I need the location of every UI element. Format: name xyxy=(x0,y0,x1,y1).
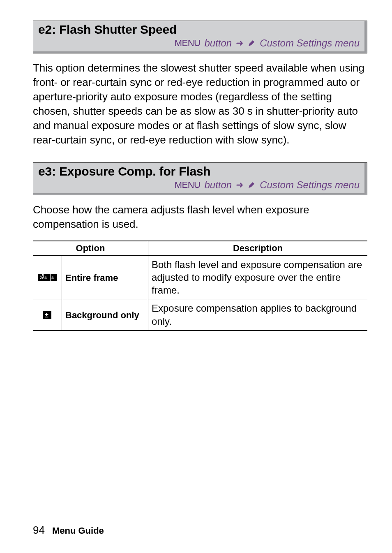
option-label: Background only xyxy=(65,310,139,320)
section-card-inner: e2: Flash Shutter Speed MENU button ➜ Cu… xyxy=(33,21,367,53)
crumb-button-word: button xyxy=(204,179,232,191)
option-icon-cell: ± xyxy=(33,299,62,331)
footer-label: Menu Guide xyxy=(52,525,104,536)
option-label: Entire frame xyxy=(65,273,118,283)
breadcrumb-e2: MENU button ➜ Custom Settings menu xyxy=(37,37,360,50)
option-icon-cell: ½ ± ± xyxy=(33,255,62,299)
menu-label: MENU xyxy=(175,38,201,49)
table-row: ½ ± ± Entire frame Both flash level and … xyxy=(33,255,367,299)
body-text-e3: Choose how the camera adjusts flash leve… xyxy=(33,203,367,231)
arrow-icon: ➜ xyxy=(236,38,243,49)
option-label-cell: Background only xyxy=(62,299,148,331)
option-desc: Exposure compensation applies to backgro… xyxy=(148,299,368,331)
section-title-e2: e2: Flash Shutter Speed xyxy=(37,22,360,37)
options-table: Option Description ½ ± ± Entire fr xyxy=(33,241,367,331)
arrow-icon: ➜ xyxy=(236,180,243,190)
svg-text:½: ½ xyxy=(39,275,43,280)
crumb-button-word: button xyxy=(204,37,232,49)
option-label-cell: Entire frame xyxy=(62,255,148,299)
pencil-icon xyxy=(247,181,256,189)
svg-text:±: ± xyxy=(51,274,54,280)
page-number: 94 xyxy=(33,524,45,537)
background-only-icon: ± xyxy=(36,310,58,320)
entire-frame-icon: ½ ± ± xyxy=(36,272,58,283)
table-row: ± Background only Exposure compensation … xyxy=(33,299,367,331)
breadcrumb-e3: MENU button ➜ Custom Settings menu xyxy=(37,179,360,192)
crumb-target: Custom Settings menu xyxy=(260,179,360,191)
table-header-row: Option Description xyxy=(33,241,367,256)
section-card-inner: e3: Exposure Comp. for Flash MENU button… xyxy=(33,163,367,195)
page-footer: 94 Menu Guide xyxy=(33,524,104,537)
svg-text:±: ± xyxy=(44,274,47,280)
section-title-e3: e3: Exposure Comp. for Flash xyxy=(37,164,360,179)
section-card-e2: e2: Flash Shutter Speed MENU button ➜ Cu… xyxy=(33,21,367,53)
crumb-target: Custom Settings menu xyxy=(260,37,360,49)
th-description: Description xyxy=(148,241,368,256)
section-card-e3: e3: Exposure Comp. for Flash MENU button… xyxy=(33,162,367,195)
menu-label: MENU xyxy=(175,180,201,190)
option-desc: Both flash level and exposure compensati… xyxy=(148,255,368,299)
svg-text:±: ± xyxy=(45,312,48,319)
th-option: Option xyxy=(33,241,148,256)
pencil-icon xyxy=(247,39,256,47)
body-text-e2: This option determines the slowest shutt… xyxy=(33,61,367,148)
